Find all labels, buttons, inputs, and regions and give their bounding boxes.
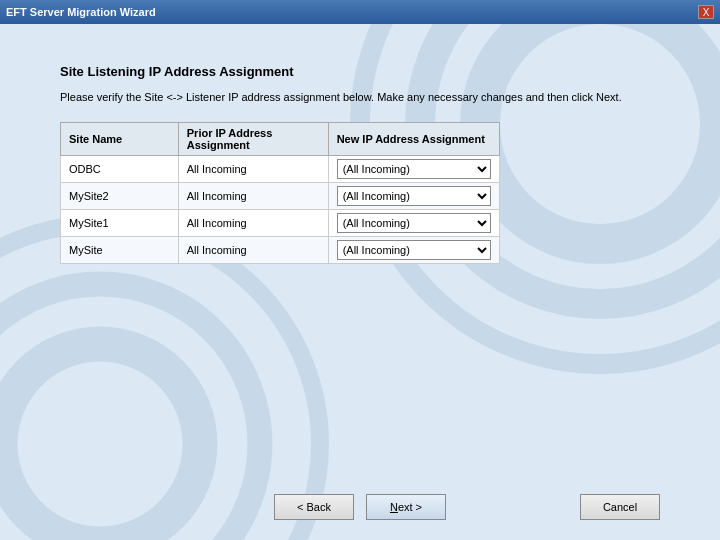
cell-new-ip: (All Incoming)127.0.0.10.0.0.0 — [328, 155, 499, 182]
close-button[interactable]: X — [698, 5, 714, 19]
next-button[interactable]: Next > — [366, 494, 446, 520]
table-row: MySiteAll Incoming(All Incoming)127.0.0.… — [61, 236, 500, 263]
cell-new-ip: (All Incoming)127.0.0.10.0.0.0 — [328, 209, 499, 236]
cell-site-name: MySite — [61, 236, 179, 263]
cell-prior-ip: All Incoming — [178, 182, 328, 209]
content-area: Site Listening IP Address Assignment Ple… — [0, 24, 720, 478]
cancel-button[interactable]: Cancel — [580, 494, 660, 520]
col-header-new: New IP Address Assignment — [328, 122, 499, 155]
next-label: Next > — [390, 501, 422, 513]
ip-address-table: Site Name Prior IP Address Assignment Ne… — [60, 122, 500, 264]
section-title: Site Listening IP Address Assignment — [60, 64, 660, 79]
table-row: MySite1All Incoming(All Incoming)127.0.0… — [61, 209, 500, 236]
new-ip-select[interactable]: (All Incoming)127.0.0.10.0.0.0 — [337, 213, 491, 233]
new-ip-select[interactable]: (All Incoming)127.0.0.10.0.0.0 — [337, 240, 491, 260]
new-ip-select[interactable]: (All Incoming)127.0.0.10.0.0.0 — [337, 186, 491, 206]
description: Please verify the Site <-> Listener IP a… — [60, 89, 660, 106]
title-bar: EFT Server Migration Wizard X — [0, 0, 720, 24]
center-buttons: < Back Next > — [274, 494, 446, 520]
table-row: MySite2All Incoming(All Incoming)127.0.0… — [61, 182, 500, 209]
cell-prior-ip: All Incoming — [178, 155, 328, 182]
dialog-body: Site Listening IP Address Assignment Ple… — [0, 24, 720, 540]
cell-site-name: ODBC — [61, 155, 179, 182]
col-header-prior: Prior IP Address Assignment — [178, 122, 328, 155]
cell-prior-ip: All Incoming — [178, 209, 328, 236]
cell-prior-ip: All Incoming — [178, 236, 328, 263]
cell-new-ip: (All Incoming)127.0.0.10.0.0.0 — [328, 236, 499, 263]
col-header-site: Site Name — [61, 122, 179, 155]
cell-new-ip: (All Incoming)127.0.0.10.0.0.0 — [328, 182, 499, 209]
bottom-buttons-area: < Back Next > Cancel — [0, 478, 720, 540]
back-button[interactable]: < Back — [274, 494, 354, 520]
cell-site-name: MySite1 — [61, 209, 179, 236]
title-bar-text: EFT Server Migration Wizard — [6, 6, 156, 18]
new-ip-select[interactable]: (All Incoming)127.0.0.10.0.0.0 — [337, 159, 491, 179]
cell-site-name: MySite2 — [61, 182, 179, 209]
table-row: ODBCAll Incoming(All Incoming)127.0.0.10… — [61, 155, 500, 182]
